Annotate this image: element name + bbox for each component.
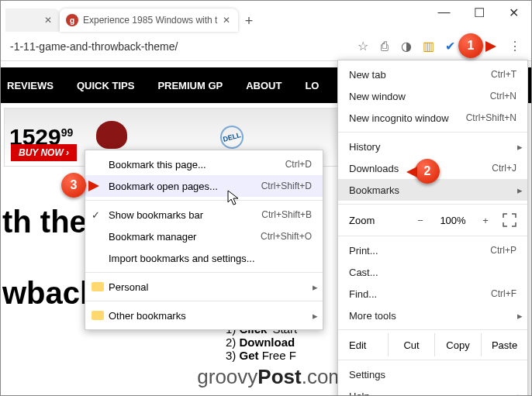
window-controls: — ☐ ✕ <box>427 1 531 24</box>
chevron-right-icon: ▸ <box>313 310 318 322</box>
folder-icon <box>92 311 104 320</box>
zoom-in-button[interactable]: + <box>476 215 495 226</box>
zoom-value: 100% <box>437 215 468 226</box>
menu-separator <box>338 204 527 205</box>
close-icon[interactable]: ✕ <box>43 15 54 26</box>
tab-active[interactable]: g Experience 1985 Windows with t ✕ <box>60 9 238 32</box>
menu-cast[interactable]: Cast... <box>338 261 527 283</box>
callout-3: 3 <box>61 173 91 202</box>
cut-button[interactable]: Cut <box>388 333 434 356</box>
favicon-icon: g <box>66 14 78 26</box>
fullscreen-icon[interactable] <box>503 213 516 227</box>
close-button[interactable]: ✕ <box>496 1 531 24</box>
menu-settings[interactable]: Settings <box>338 363 527 385</box>
menu-separator <box>338 329 527 330</box>
close-icon[interactable]: ✕ <box>221 15 232 26</box>
step-line: 3) Get Free F <box>226 349 298 362</box>
menu-new-tab[interactable]: New tabCtrl+T <box>338 64 527 85</box>
menu-history[interactable]: History▸ <box>338 136 527 157</box>
extension-icon[interactable]: ⎙ <box>375 36 395 57</box>
submenu-bookmark-open-pages[interactable]: Bookmark open pages...Ctrl+Shift+D <box>85 175 323 197</box>
callout-1: 1 <box>458 33 488 63</box>
submenu-show-bookmarks-bar[interactable]: ✓Show bookmarks barCtrl+Shift+B <box>85 204 323 226</box>
site-logo: groovyPost.com <box>197 365 345 389</box>
nav-link[interactable]: LO <box>305 80 319 91</box>
menu-incognito[interactable]: New incognito windowCtrl+Shift+N <box>338 107 527 129</box>
paste-button[interactable]: Paste <box>481 333 527 356</box>
menu-separator <box>338 236 527 236</box>
maximize-button[interactable]: ☐ <box>461 1 496 24</box>
minimize-button[interactable]: — <box>427 1 461 24</box>
nav-link[interactable]: ABOUT <box>246 80 282 91</box>
tab-strip: ✕ g Experience 1985 Windows with t ✕ + <box>1 1 427 32</box>
dell-logo-icon: DELL <box>218 123 247 152</box>
chevron-right-icon: ▸ <box>517 391 523 397</box>
title-bar: ✕ g Experience 1985 Windows with t ✕ + —… <box>1 1 531 32</box>
star-icon[interactable]: ☆ <box>353 36 373 57</box>
menu-find[interactable]: Find...Ctrl+F <box>338 283 527 305</box>
submenu-folder-other[interactable]: Other bookmarks▸ <box>85 305 323 326</box>
submenu-folder-personal[interactable]: Personal▸ <box>85 276 323 298</box>
address-bar: -1-11-game-and-throwback-theme/ ☆ ⎙ ◑ ▥ … <box>1 32 531 61</box>
menu-separator <box>85 301 323 301</box>
extension-icon[interactable]: ◑ <box>396 36 416 57</box>
ad-image <box>96 121 127 149</box>
nav-link[interactable]: REVIEWS <box>7 80 54 91</box>
menu-zoom: Zoom − 100% + <box>338 208 527 232</box>
menu-new-window[interactable]: New windowCtrl+N <box>338 85 527 107</box>
edit-label: Edit <box>349 339 388 351</box>
zoom-label: Zoom <box>349 215 403 226</box>
chevron-right-icon: ▸ <box>517 184 523 196</box>
check-icon: ✓ <box>92 209 100 221</box>
callout-2: 2 <box>415 159 444 188</box>
toolbar-icons: ☆ ⎙ ◑ ▥ ✔ ⎘ ⋮ <box>353 36 525 57</box>
menu-separator <box>85 200 323 201</box>
buy-now-button[interactable]: BUY NOW › <box>11 144 77 161</box>
menu-more-tools[interactable]: More tools▸ <box>338 305 527 326</box>
step-line: 2) Download <box>226 336 298 349</box>
menu-edit-row: Edit Cut Copy Paste <box>338 333 527 356</box>
menu-separator <box>338 132 527 133</box>
menu-print[interactable]: Print...Ctrl+P <box>338 239 527 261</box>
cursor-icon <box>227 190 241 207</box>
nav-link[interactable]: PREMIUM GP <box>157 80 223 91</box>
extension-icon[interactable]: ▥ <box>418 36 438 57</box>
tab-inactive[interactable]: ✕ <box>5 9 60 32</box>
new-tab-button[interactable]: + <box>238 10 260 32</box>
extension-icon[interactable]: ✔ <box>440 36 460 57</box>
tab-title: Experience 1985 Windows with t <box>83 15 221 26</box>
zoom-out-button[interactable]: − <box>411 215 430 226</box>
chevron-right-icon: ▸ <box>313 281 318 293</box>
menu-separator <box>85 272 323 273</box>
folder-icon <box>92 282 104 291</box>
menu-button[interactable]: ⋮ <box>505 36 525 57</box>
chrome-menu: New tabCtrl+T New windowCtrl+N New incog… <box>337 60 528 396</box>
chevron-right-icon: ▸ <box>517 310 523 322</box>
chevron-right-icon: ▸ <box>517 141 523 153</box>
url-text[interactable]: -1-11-game-and-throwback-theme/ <box>7 40 353 53</box>
submenu-bookmark-manager[interactable]: Bookmark managerCtrl+Shift+O <box>85 226 323 247</box>
copy-button[interactable]: Copy <box>434 333 481 356</box>
menu-separator <box>338 360 527 360</box>
submenu-bookmark-this-page[interactable]: Bookmark this page...Ctrl+D <box>85 153 323 175</box>
submenu-import-bookmarks[interactable]: Import bookmarks and settings... <box>85 247 323 269</box>
bookmarks-submenu: Bookmark this page...Ctrl+D Bookmark ope… <box>85 150 323 330</box>
menu-help[interactable]: Help▸ <box>338 385 527 396</box>
nav-link[interactable]: QUICK TIPS <box>77 80 134 91</box>
